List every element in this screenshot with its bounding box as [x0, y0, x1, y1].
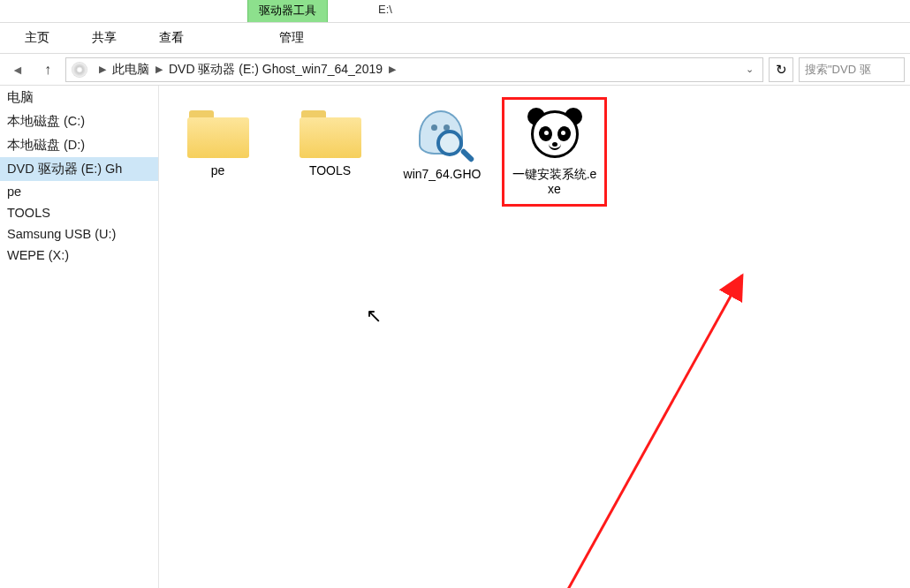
tab-view[interactable]: 查看 [138, 25, 205, 51]
sidebar-item-tools[interactable]: TOOLS [0, 202, 158, 223]
panda-exe-icon [527, 107, 582, 162]
file-label: win7_64.GHO [404, 167, 482, 182]
breadcrumb-segment-pc[interactable]: 此电脑 [112, 62, 149, 78]
breadcrumb-segment-drive[interactable]: DVD 驱动器 (E:) Ghost_win7_64_2019 [169, 62, 383, 78]
file-pane[interactable]: pe TOOLS win7_64.GHO 一键安装系统.exe [159, 86, 910, 588]
chevron-right-icon[interactable]: ▶ [389, 64, 396, 75]
folder-icon [187, 107, 249, 158]
chevron-right-icon[interactable]: ▶ [99, 64, 106, 75]
folder-icon [300, 107, 361, 158]
sidebar-item-wepe-x[interactable]: WEPE (X:) [0, 245, 158, 266]
chevron-right-icon[interactable]: ▶ [155, 64, 163, 75]
file-label: TOOLS [309, 163, 351, 178]
ribbon-contextual-tab[interactable]: 驱动器工具 [247, 0, 328, 22]
tab-home[interactable]: 主页 [4, 25, 71, 51]
drive-letter-label: E:\ [378, 3, 392, 16]
nav-tree: 电脑 本地磁盘 (C:) 本地磁盘 (D:) DVD 驱动器 (E:) Gh p… [0, 86, 159, 588]
tab-share[interactable]: 共享 [71, 25, 138, 51]
breadcrumb-dropdown[interactable]: ⌄ [742, 64, 757, 75]
breadcrumb[interactable]: ▶ 此电脑 ▶ DVD 驱动器 (E:) Ghost_win7_64_2019 … [65, 57, 763, 82]
sidebar-item-disk-c[interactable]: 本地磁盘 (C:) [0, 109, 158, 133]
sidebar-item-pc[interactable]: 电脑 [0, 86, 158, 109]
file-win7-gho[interactable]: win7_64.GHO [396, 103, 489, 185]
refresh-button[interactable]: ↻ [769, 57, 793, 82]
cursor-icon: ↖ [366, 305, 382, 328]
file-label: pe [211, 163, 225, 178]
svg-line-0 [539, 275, 742, 588]
tab-manage[interactable]: 管理 [258, 25, 325, 51]
file-label: 一键安装系统.exe [512, 167, 597, 197]
annotation-arrow [486, 262, 777, 588]
sidebar-item-pe[interactable]: pe [0, 181, 158, 202]
search-input[interactable]: 搜索"DVD 驱 [799, 57, 905, 82]
disc-icon [72, 62, 87, 78]
search-placeholder: 搜索"DVD 驱 [805, 62, 871, 78]
sidebar-item-disk-d[interactable]: 本地磁盘 (D:) [0, 133, 158, 157]
folder-pe[interactable]: pe [171, 103, 264, 182]
nav-back-button[interactable]: ◄ [5, 57, 30, 82]
nav-up-button[interactable]: ↑ [35, 57, 60, 82]
ghost-file-icon [413, 107, 472, 162]
sidebar-item-samsung-usb[interactable]: Samsung USB (U:) [0, 223, 158, 245]
folder-tools[interactable]: TOOLS [284, 103, 376, 182]
sidebar-item-dvd-e[interactable]: DVD 驱动器 (E:) Gh [0, 157, 158, 181]
file-installer-exe[interactable]: 一键安装系统.exe [508, 103, 601, 200]
